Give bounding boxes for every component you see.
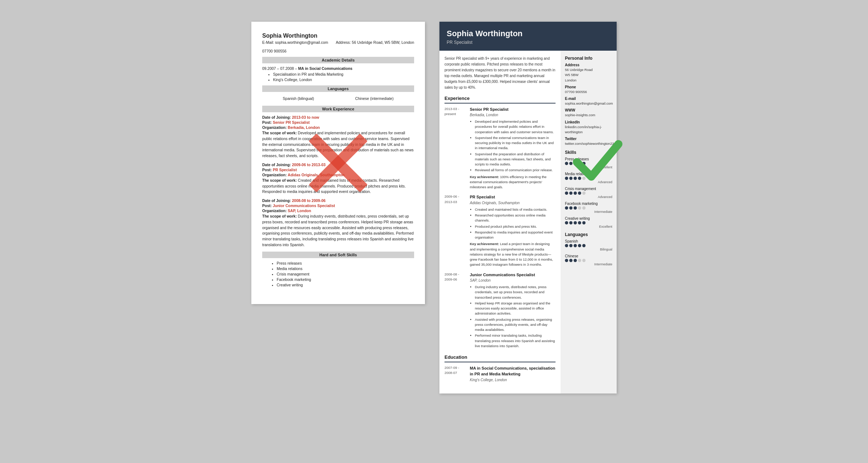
main-col: Senior PR specialist with 9+ years of ex… <box>439 51 561 393</box>
skill-cm-level: Advanced <box>565 195 612 199</box>
job2-b2: Researched opportunities across online m… <box>475 213 556 223</box>
job2-post: Post: PR Specialist <box>262 168 414 172</box>
work-header: Work Experience <box>262 106 414 112</box>
email-value: sophia.worthington@gmail.com <box>565 101 612 106</box>
skills-section-title: Skills <box>565 150 612 155</box>
phone-label: Phone <box>565 85 612 89</box>
job3-scope: During industry events, distributed note… <box>262 214 414 247</box>
job2-desc: The scope of work: Created and maintaine… <box>262 178 414 195</box>
lang-chinese: Chinese Intermediate <box>565 254 612 266</box>
job1-post-value: Senior PR Specialist <box>273 120 310 125</box>
left-phone: 07700 900556 <box>262 49 414 53</box>
academic-header: Academic Details <box>262 57 414 63</box>
dot4 <box>578 244 581 247</box>
dot5 <box>582 259 586 262</box>
job2-date-end: 2013-03 <box>444 200 457 204</box>
dot2 <box>569 221 573 224</box>
job1-org: Berkadia, London <box>470 112 556 118</box>
dot5 <box>582 244 586 247</box>
job2-b1: Created and maintained lists of media co… <box>475 207 556 212</box>
job1-desc: The scope of work: Developed and impleme… <box>262 130 414 159</box>
personal-info-title: Personal Info <box>565 56 612 61</box>
www-value: sophie-insights.com <box>565 113 612 118</box>
dot3 <box>574 177 577 180</box>
dot3 <box>574 162 577 165</box>
job3-date-end: 2009-06 <box>444 277 457 281</box>
dot3 <box>574 244 577 247</box>
job1-org-label: Organization: <box>262 125 287 130</box>
job1-bullets: Developed and implemented policies and p… <box>470 119 556 173</box>
edu1-content: MA in Social Communications, specialisat… <box>470 365 556 383</box>
dot5 <box>582 162 586 165</box>
edu1-dates: 2007-09 - 2008-07 <box>444 365 468 376</box>
job3-date-start: 2008-08 - <box>444 272 459 276</box>
left-skill-2: Media relations <box>277 266 414 271</box>
left-skill-1: Press releases <box>277 261 414 265</box>
skill-cw-name: Creative writing <box>565 216 612 220</box>
left-skill-3: Crisis management <box>277 272 414 276</box>
dot5 <box>582 206 586 210</box>
skill-cw-level: Excellent <box>565 225 612 228</box>
dot3 <box>574 221 577 224</box>
job1-date-start: 2013-03 - <box>444 107 459 111</box>
job3-post: Post: Junior Communications Specialist <box>262 203 414 208</box>
right-title: PR Specialist <box>447 40 609 45</box>
addr-label: Address <box>565 63 612 67</box>
edu-date: 09.2007 – 07.2008 <box>262 66 294 71</box>
job3-content: Junior Communications Specialist SAP, Lo… <box>470 272 556 349</box>
edu1-date-start: 2007-09 - <box>444 366 459 370</box>
left-email-value: sophia.worthington@gmail.com <box>275 40 328 45</box>
dot2 <box>569 244 573 247</box>
skill-mr-dots <box>565 177 612 180</box>
left-email: E-Mail: sophia.worthington@gmail.com <box>262 40 328 45</box>
skill-pr-dots <box>565 162 612 165</box>
twitter-value: twitter.com/sophieworthington22 <box>565 141 612 146</box>
job3-date-label: Date of Joining: <box>262 198 291 203</box>
job1-b2: Supervised the external communications t… <box>475 135 556 151</box>
job2-dates: 2009-06 - 2013-03 <box>444 194 468 205</box>
job2-title: PR Specialist <box>470 194 556 200</box>
right-summary: Senior PR specialist with 9+ years of ex… <box>444 56 556 91</box>
dot3 <box>574 206 577 210</box>
job3-dates: 2008-08 - 2009-06 <box>444 272 468 282</box>
dot4 <box>578 259 581 262</box>
dot4 <box>578 191 581 195</box>
skill-fm-level: Intermediate <box>565 210 612 214</box>
dot1 <box>565 221 568 224</box>
lang-2: Chinese (intermediate) <box>355 96 393 101</box>
skill-facebook-marketing: Facebook marketing Intermediate <box>565 202 612 214</box>
skill-fm-name: Facebook marketing <box>565 202 612 206</box>
skill-creative-writing: Creative writing Excellent <box>565 216 612 228</box>
left-job-1: Date of Joining: 2013-03 to now Post: Se… <box>262 115 414 159</box>
right-resume: Sophia Worthington PR Specialist Senior … <box>439 22 617 393</box>
left-skill-5: Creative writing <box>277 283 414 287</box>
job3-bullets: During industry events, distributed note… <box>470 285 556 349</box>
job1-title: Senior PR Specialist <box>470 106 556 113</box>
linkedin-value: linkedin.com/in/sophia-j-worthington <box>565 125 612 135</box>
job1-date-end: present <box>444 112 456 116</box>
languages-header: Languages <box>262 85 414 92</box>
job1-achievement: Key achievement: 100% efficiency in meet… <box>470 174 556 190</box>
edu-detail-1: Specialisation in PR and Media Marketing <box>273 72 414 76</box>
dot4 <box>578 162 581 165</box>
job3-b4: Performed minor translating tasks, inclu… <box>475 333 556 349</box>
left-resume: Sophia Worthington E-Mail: sophia.worthi… <box>251 22 425 304</box>
left-address-value: 56 Uxbridge Road, W5 5BW, London <box>352 40 414 45</box>
job1-dates: 2013-03 - present <box>444 106 468 117</box>
dot5 <box>582 191 586 195</box>
job1-scope-label: The scope of work: <box>262 131 297 135</box>
dot1 <box>565 244 568 247</box>
phone-value: 07700 900556 <box>565 89 612 94</box>
skill-cw-dots <box>565 221 612 224</box>
job3-b1: During industry events, distributed note… <box>475 285 556 300</box>
email-label: E-mail <box>565 97 612 101</box>
right-name: Sophia Worthington <box>447 29 609 38</box>
right-job-1: 2013-03 - present Senior PR Specialist B… <box>444 106 556 190</box>
edu1-date-end: 2008-07 <box>444 371 457 375</box>
skill-mr-level: Advanced <box>565 180 612 184</box>
left-address-label: Address: <box>336 40 350 45</box>
job2-content: PR Specialist Adidas Originals, Southamp… <box>470 194 556 267</box>
skill-fm-dots <box>565 206 612 210</box>
skill-pr-name: Press releases <box>565 157 612 161</box>
job2-achievement: Key achievement: Lead a project team in … <box>470 241 556 267</box>
